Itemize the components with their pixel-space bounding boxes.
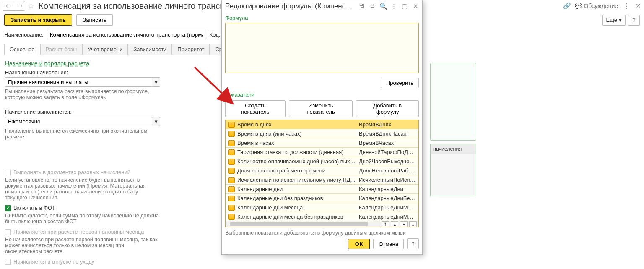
indicator-icon xyxy=(228,177,235,183)
indicator-icon xyxy=(228,205,235,211)
indicator-row[interactable]: Календарные дни без праздниковКалендарны… xyxy=(226,193,418,203)
indicator-row[interactable]: Время в часахВремяВЧасах xyxy=(226,138,418,147)
indicator-icon xyxy=(228,196,235,201)
indicator-code: ВремяВДнях xyxy=(359,121,416,128)
indicator-row[interactable]: Календарные дни месяца без праздниковКал… xyxy=(226,212,418,221)
right-box-bottom: начисления xyxy=(430,144,476,196)
indicator-code: КалендарныеДниМесяца xyxy=(359,214,416,220)
indicator-buttons: Создать показатель Изменить показатель Д… xyxy=(225,100,419,117)
dialog-close-icon[interactable]: ✕ xyxy=(412,3,419,10)
help-button[interactable]: ? xyxy=(628,15,640,26)
dialog-body: Формула Проверить Показатели Создать пок… xyxy=(222,12,422,254)
purpose-help: Вычисление результата расчета выполняетс… xyxy=(5,89,160,100)
indicator-code: КалендарныеДниБезПра xyxy=(359,195,416,201)
save-icon[interactable]: 🖫 xyxy=(358,3,364,10)
indicator-code: ИсчисленныйПоИсполни xyxy=(359,177,416,183)
chk1-label: Выполнять в документах разовых начислени… xyxy=(13,169,130,175)
chk1 xyxy=(5,170,11,175)
add-to-formula-button[interactable]: Добавить в формулу xyxy=(356,100,419,117)
scroll-thumb[interactable] xyxy=(230,222,368,226)
chk2-label: Включать в ФОТ xyxy=(13,205,55,211)
tab-main[interactable]: Основное xyxy=(4,44,40,55)
tool-top-icon[interactable]: ⤒ xyxy=(382,221,389,227)
name-input[interactable] xyxy=(47,30,206,39)
indicator-hint: Выбранные показатели добавляются в форму… xyxy=(225,230,419,236)
chk3-label: Начисляется при расчете первой половины … xyxy=(13,229,144,235)
save-button[interactable]: Записать xyxy=(76,14,113,26)
indicator-row[interactable]: Тарифная ставка по должности (дневная)Дн… xyxy=(226,147,418,157)
name-label: Наименование: xyxy=(4,31,44,38)
more-menu-button[interactable]: Еще ▾ xyxy=(602,15,626,26)
chk3 xyxy=(5,229,11,235)
indicator-row[interactable]: Календарные дни месяцаКалендарныеДниМеся… xyxy=(226,203,418,212)
purpose-input[interactable] xyxy=(5,77,152,87)
indicator-row[interactable]: Количество оплачиваемых дней (часов) вых… xyxy=(226,157,418,166)
indicator-icon xyxy=(228,140,235,146)
indicator-label: Количество оплачиваемых дней (часов) вых… xyxy=(237,158,356,165)
nav-buttons: 🡐 🡒 xyxy=(3,1,25,11)
chk3-help: Не начисляется при расчете первой полови… xyxy=(5,237,160,254)
indicator-row[interactable]: Исчисленный по исполнительному листу НДФ… xyxy=(226,175,418,184)
chk2[interactable]: ✓ xyxy=(5,205,11,211)
code-label: Код: xyxy=(210,31,221,38)
more-label: Еще xyxy=(606,17,617,23)
dialog-help-button[interactable]: ? xyxy=(407,238,419,249)
tool-bottom-icon[interactable]: ⤓ xyxy=(409,221,417,227)
dialog-ok-button[interactable]: ОК xyxy=(348,239,370,249)
indicator-row[interactable]: Доля неполного рабочего времениДоляНепол… xyxy=(226,166,418,175)
indicator-code: ВремяВДняхЧасах xyxy=(359,131,416,137)
print-icon[interactable]: 🖶 xyxy=(369,3,375,10)
chevron-down-icon: ▾ xyxy=(155,118,158,125)
indicator-row[interactable]: Календарные дниКалендарныеДни xyxy=(226,184,418,193)
create-indicator-button[interactable]: Создать показатель xyxy=(225,100,286,117)
chk4-row: Начисляется в отпуске по уходу xyxy=(5,259,639,265)
perform-dropdown-button[interactable]: ▾ xyxy=(152,117,160,126)
check-button[interactable]: Проверить xyxy=(381,78,419,88)
dialog-titlebar: Редактирование формулы (Компенса… 🖫 🖶 🔍 … xyxy=(222,0,422,12)
kebab-icon[interactable]: ⋮ xyxy=(623,2,630,10)
indicators-label: Показатели xyxy=(225,91,419,98)
tab-base[interactable]: Расчет базы xyxy=(40,44,83,55)
purpose-combo: ▾ xyxy=(5,77,160,87)
indicator-label: Тарифная ставка по должности (дневная) xyxy=(237,149,356,155)
indicator-label: Время в часах xyxy=(237,140,356,146)
tool-up-icon[interactable]: ▴ xyxy=(391,221,398,227)
indicator-row[interactable]: Время в дняхВремяВДнях xyxy=(226,120,418,129)
indicator-icon xyxy=(228,159,235,165)
tab-time[interactable]: Учет времени xyxy=(82,44,128,55)
discuss-button[interactable]: 💬 Обсуждение xyxy=(575,3,618,9)
indicator-label: Календарные дни xyxy=(237,186,356,192)
favorite-icon[interactable]: ☆ xyxy=(28,1,34,10)
titlebar-right: 🔗 💬 Обсуждение ⋮ ✕ xyxy=(563,2,641,10)
link-icon[interactable]: 🔗 xyxy=(563,2,570,10)
tab-priority[interactable]: Приоритет xyxy=(172,44,210,55)
perform-input[interactable] xyxy=(5,117,152,126)
find-icon[interactable]: 🔍 xyxy=(379,3,386,10)
indicator-table[interactable]: Время в дняхВремяВДняхВремя в днях (или … xyxy=(225,120,419,227)
kebab-icon[interactable]: ⋮ xyxy=(390,3,397,10)
dialog-title: Редактирование формулы (Компенса… xyxy=(225,2,354,10)
formula-textarea[interactable] xyxy=(225,23,419,73)
tool-down-icon[interactable]: ▾ xyxy=(400,221,408,227)
indicator-code: ДнейЧасовВыходногоПо xyxy=(359,158,416,165)
indicator-row[interactable]: Время в днях (или часах)ВремяВДняхЧасах xyxy=(226,129,418,138)
indicator-label: Календарные дни месяца xyxy=(237,204,356,211)
indicator-label: Календарные дни без праздников xyxy=(237,195,356,201)
close-icon[interactable]: ✕ xyxy=(635,2,641,10)
discuss-label: Обсуждение xyxy=(584,3,618,9)
tab-deps[interactable]: Зависимости xyxy=(128,44,172,55)
chk4 xyxy=(5,259,11,265)
edit-indicator-button[interactable]: Изменить показатель xyxy=(289,100,353,117)
right-box-top xyxy=(430,63,476,141)
dialog-cancel-button[interactable]: Отмена xyxy=(373,239,404,249)
formula-label: Формула xyxy=(225,15,419,21)
save-and-close-button[interactable]: Записать и закрыть xyxy=(4,14,72,26)
indicator-icon xyxy=(228,214,235,220)
chk1-help: Если установлено, то начисление будет вы… xyxy=(5,177,160,201)
indicator-hscroll[interactable]: ⤒ ▴ ▾ ⤓ xyxy=(226,221,418,227)
nav-back-button[interactable]: 🡐 xyxy=(3,1,14,10)
nav-forward-button[interactable]: 🡒 xyxy=(14,1,25,10)
right-panel: начисления xyxy=(430,63,476,196)
window-icon[interactable]: ▢ xyxy=(401,3,408,10)
purpose-dropdown-button[interactable]: ▾ xyxy=(152,77,160,87)
